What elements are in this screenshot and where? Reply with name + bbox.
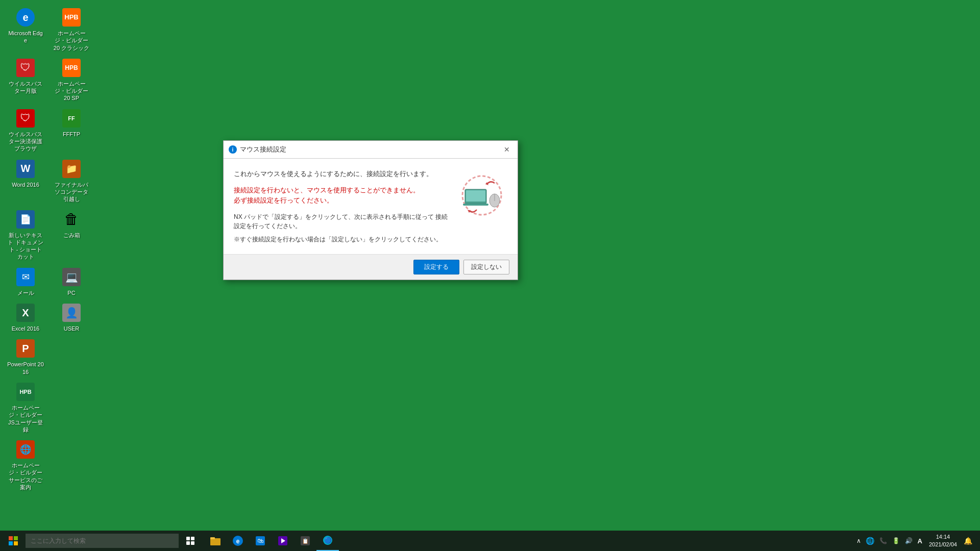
dialog-titlebar: i マウス接続設定 ✕: [224, 141, 518, 159]
taskbar-app-edge[interactable]: e: [227, 531, 249, 551]
icon-label: メール: [17, 289, 34, 296]
desktop-icon-mail[interactable]: ✉ メール: [5, 265, 46, 298]
network-icon[interactable]: 🌐: [864, 537, 876, 545]
icon-label: ファイナルパソコンデータ引越し: [53, 181, 90, 203]
icon-label: ウイルスバスター月版: [7, 80, 44, 95]
svg-rect-17: [191, 541, 194, 545]
battery-icon[interactable]: 🔋: [891, 537, 901, 544]
desktop-icon-hpb-js[interactable]: HPB ホームページ・ビルダー JSユーザー登録: [5, 380, 46, 435]
icon-label: ごみ箱: [63, 232, 80, 239]
desktop-icon-pc[interactable]: 💻 PC: [51, 265, 92, 298]
dialog-warning-text: 接続設定を行わないと、マウスを使用することができません。必ず接続設定を行ってくだ…: [234, 185, 448, 207]
ime-indicator[interactable]: A: [916, 537, 924, 545]
svg-rect-11: [14, 536, 18, 540]
dialog-cancel-button[interactable]: 設定しない: [463, 260, 509, 274]
svg-rect-4: [466, 190, 485, 202]
desktop-icon-fftp[interactable]: FF FFFTP: [51, 106, 92, 155]
dialog-note-text: ※すぐ接続設定を行わない場合は「設定しない」をクリックしてください。: [234, 235, 448, 244]
svg-text:e: e: [236, 538, 240, 545]
illustration-svg: [459, 174, 505, 217]
taskbar-app-file-explorer[interactable]: [204, 531, 227, 551]
dialog-instruction-text: NX パッドで「設定する」をクリックして、次に表示される手順に従って 接続設定を…: [234, 212, 448, 231]
start-button[interactable]: [2, 531, 24, 551]
svg-rect-5: [463, 204, 488, 206]
dialog: i マウス接続設定 ✕ これからマウスを使えるようにするために、接続設定を行いま…: [223, 140, 518, 280]
dialog-body: これからマウスを使えるようにするために、接続設定を行います。 接続設定を行わない…: [224, 159, 518, 254]
icon-label: Word 2016: [12, 181, 39, 188]
desktop-icon-doc-shortcut[interactable]: 📄 新しいテキスト ドキュメント - ショートカット: [5, 207, 46, 263]
desktop-icon-virus-buster-pro[interactable]: 🛡 ウイルスバスター決済保護ブラウザ: [5, 106, 46, 155]
phone-icon[interactable]: 📞: [878, 537, 889, 544]
clock-date: 2021/02/04: [929, 541, 957, 548]
icon-label: USER: [64, 325, 80, 332]
icon-label: ホームページ・ビルダー JSユーザー登録: [7, 404, 44, 433]
desktop-icon-microsoft-edge[interactable]: e Microsoft Edge: [5, 5, 46, 54]
svg-rect-10: [9, 536, 13, 540]
icon-label: ホームページ・ビルダー 20 SP: [53, 80, 90, 102]
taskbar-app-2[interactable]: 🔵: [316, 531, 339, 551]
dialog-close-button[interactable]: ✕: [501, 144, 512, 155]
svg-rect-15: [191, 537, 194, 540]
taskbar-clock[interactable]: 14:14 2021/02/04: [926, 533, 960, 549]
icon-label: ホームページ・ビルダー 20 クラシック: [53, 30, 90, 52]
desktop-icons: e Microsoft Edge HPB ホームページ・ビルダー 20 クラシッ…: [5, 5, 92, 493]
icon-label: PowerPoint 2016: [7, 361, 44, 375]
icon-label: Excel 2016: [12, 325, 39, 332]
svg-rect-14: [186, 537, 190, 540]
svg-rect-13: [14, 541, 18, 545]
svg-rect-12: [9, 541, 13, 545]
desktop-icon-excel-2016[interactable]: X Excel 2016: [5, 300, 46, 334]
dialog-icon: i: [229, 145, 237, 154]
icon-label: 新しいテキスト ドキュメント - ショートカット: [7, 232, 44, 261]
svg-text:🛍: 🛍: [257, 537, 263, 544]
desktop-icon-virus-buster-monthly[interactable]: 🛡 ウイルスバスター月版: [5, 56, 46, 104]
icon-label: Microsoft Edge: [7, 30, 44, 44]
svg-text:🔵: 🔵: [324, 536, 332, 544]
desktop-icon-hpb-service[interactable]: 🌐 ホームページ・ビルダー サービスのご案内: [5, 437, 46, 493]
notification-button[interactable]: 🔔: [962, 537, 974, 545]
dialog-footer: 設定する 設定しない: [224, 254, 518, 280]
dialog-main-text: これからマウスを使えるようにするために、接続設定を行います。: [234, 169, 448, 179]
desktop-icon-final[interactable]: 📁 ファイナルパソコンデータ引越し: [51, 157, 92, 205]
task-view-button[interactable]: [180, 531, 202, 551]
volume-icon[interactable]: 🔊: [903, 537, 914, 544]
desktop-icon-user[interactable]: 👤 USER: [51, 300, 92, 334]
system-tray-expand[interactable]: ∧: [855, 537, 862, 544]
icon-label: PC: [67, 289, 75, 296]
icon-label: FFFTP: [63, 131, 80, 138]
desktop-icon-hpb-sp[interactable]: HPB ホームページ・ビルダー 20 SP: [51, 56, 92, 104]
svg-rect-18: [210, 538, 220, 545]
taskbar: e 🛍 📋 🔵: [0, 531, 980, 551]
desktop-icon-trash[interactable]: 🗑 ごみ箱: [51, 207, 92, 263]
icon-label: ホームページ・ビルダー サービスのご案内: [7, 462, 44, 491]
svg-text:📋: 📋: [302, 538, 309, 544]
clock-time: 14:14: [936, 533, 950, 541]
dialog-illustration: [456, 169, 507, 244]
dialog-confirm-button[interactable]: 設定する: [413, 260, 459, 274]
desktop-icon-hpb-classic[interactable]: HPB ホームページ・ビルダー 20 クラシック: [51, 5, 92, 54]
svg-text:e: e: [22, 12, 28, 23]
icon-label: ウイルスバスター決済保護ブラウザ: [7, 131, 44, 153]
desktop-icon-word-2016[interactable]: W Word 2016: [5, 157, 46, 205]
svg-rect-16: [186, 541, 190, 545]
taskbar-app-store[interactable]: 🛍: [249, 531, 272, 551]
svg-rect-19: [210, 537, 215, 539]
desktop-icon-powerpoint-2016[interactable]: P PowerPoint 2016: [5, 336, 46, 378]
taskbar-app-1[interactable]: 📋: [294, 531, 316, 551]
taskbar-search[interactable]: [26, 534, 179, 548]
dialog-title: マウス接続設定: [240, 145, 286, 154]
taskbar-app-media[interactable]: [272, 531, 294, 551]
